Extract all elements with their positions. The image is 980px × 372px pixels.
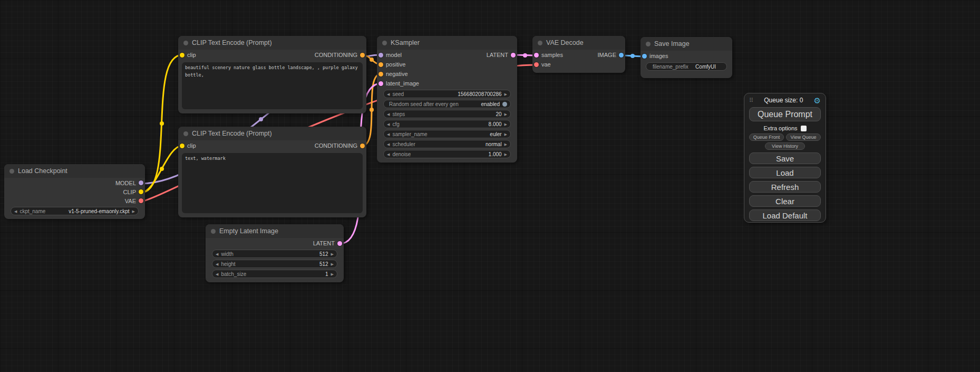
output-slot-clip[interactable]: [139, 189, 143, 194]
output-slot-latent[interactable]: [511, 53, 516, 58]
comfy-menu-panel: ⠿ Queue size: 0 ⚙ Queue Prompt Extra opt…: [744, 93, 826, 223]
prompt-textarea[interactable]: text, watermark: [182, 153, 363, 213]
widget-filename-prefix[interactable]: filename_prefix ComfyUI: [646, 62, 727, 71]
node-load-checkpoint[interactable]: Load Checkpoint MODEL CLIP VAE ◀ ckpt_na…: [4, 164, 145, 219]
input-slot-clip[interactable]: [180, 53, 185, 58]
widget-value: 156680208700286: [458, 91, 501, 97]
widget-value: 20: [496, 111, 501, 117]
node-ksampler[interactable]: KSampler model LATENT positive negative …: [377, 36, 517, 163]
widget-name: height: [221, 261, 235, 267]
prev-arrow-icon[interactable]: ◀: [387, 132, 390, 136]
output-label: CONDITIONING: [315, 142, 357, 149]
input-slot-samples[interactable]: [534, 53, 539, 58]
decrement-arrow-icon[interactable]: ◀: [387, 122, 390, 126]
view-queue-button[interactable]: View Queue: [786, 133, 821, 141]
node-save-image[interactable]: Save Image images filename_prefix ComfyU…: [641, 37, 732, 78]
decrement-arrow-icon[interactable]: ◀: [387, 92, 390, 96]
decrement-arrow-icon[interactable]: ◀: [387, 152, 390, 156]
node-clip-text-encode-positive[interactable]: CLIP Text Encode (Prompt) clip CONDITION…: [178, 36, 366, 113]
output-slot-vae[interactable]: [139, 198, 143, 203]
widget-sampler-name[interactable]: ◀ sampler_name euler ▶: [383, 130, 511, 138]
widget-ckpt-name[interactable]: ◀ ckpt_name v1-5-pruned-emaonly.ckpt ▶: [11, 207, 139, 215]
increment-arrow-icon[interactable]: ▶: [331, 272, 334, 276]
output-slot-conditioning[interactable]: [360, 53, 365, 58]
widget-batch-size[interactable]: ◀ batch_size 1 ▶: [212, 270, 337, 278]
widget-scheduler[interactable]: ◀ scheduler normal ▶: [383, 140, 511, 148]
output-slot-image[interactable]: [619, 53, 624, 58]
widget-cfg[interactable]: ◀ cfg 8.000 ▶: [383, 120, 511, 128]
increment-arrow-icon[interactable]: ▶: [331, 252, 334, 256]
settings-gear-icon[interactable]: ⚙: [814, 97, 821, 104]
node-title-bar[interactable]: Load Checkpoint: [4, 164, 145, 178]
node-title: CLIP Text Encode (Prompt): [192, 39, 272, 46]
node-vae-decode[interactable]: VAE Decode samples IMAGE vae: [532, 36, 625, 73]
decrement-arrow-icon[interactable]: ◀: [216, 272, 218, 276]
drag-handle-icon[interactable]: ⠿: [749, 97, 753, 104]
input-slot-model[interactable]: [379, 53, 383, 58]
decrement-arrow-icon[interactable]: ◀: [216, 262, 218, 266]
widget-random-seed-toggle[interactable]: Random seed after every gen enabled: [383, 100, 511, 108]
prev-arrow-icon[interactable]: ◀: [14, 209, 17, 213]
output-slot-model[interactable]: [139, 180, 143, 185]
input-slot-negative[interactable]: [379, 72, 383, 77]
extra-options-checkbox[interactable]: [801, 126, 807, 131]
node-collapse-dot[interactable]: [646, 42, 651, 46]
decrement-arrow-icon[interactable]: ◀: [387, 112, 390, 116]
save-button[interactable]: Save: [749, 152, 821, 164]
node-title-bar[interactable]: CLIP Text Encode (Prompt): [178, 127, 366, 140]
increment-arrow-icon[interactable]: ▶: [504, 152, 507, 156]
increment-arrow-icon[interactable]: ▶: [504, 112, 507, 116]
clear-button[interactable]: Clear: [749, 195, 821, 207]
widget-name: filename_prefix: [653, 64, 688, 70]
input-slot-latent-image[interactable]: [379, 81, 383, 86]
load-button[interactable]: Load: [749, 167, 821, 178]
node-canvas[interactable]: Load Checkpoint MODEL CLIP VAE ◀ ckpt_na…: [0, 0, 980, 372]
widget-value: 512: [319, 251, 328, 257]
increment-arrow-icon[interactable]: ▶: [504, 92, 507, 96]
output-slot-conditioning[interactable]: [360, 144, 365, 148]
widget-steps[interactable]: ◀ steps 20 ▶: [383, 110, 511, 118]
load-default-button[interactable]: Load Default: [749, 209, 821, 221]
input-slot-clip[interactable]: [180, 144, 185, 148]
input-slot-positive[interactable]: [379, 62, 383, 67]
refresh-button[interactable]: Refresh: [749, 181, 821, 193]
toggle-on-dot[interactable]: [502, 102, 507, 107]
node-collapse-dot[interactable]: [211, 229, 216, 234]
node-title-bar[interactable]: VAE Decode: [532, 36, 625, 50]
widget-seed[interactable]: ◀ seed 156680208700286 ▶: [383, 90, 511, 98]
increment-arrow-icon[interactable]: ▶: [331, 262, 334, 266]
widget-width[interactable]: ◀ width 512 ▶: [212, 250, 337, 258]
prev-arrow-icon[interactable]: ◀: [387, 142, 390, 146]
widget-height[interactable]: ◀ height 512 ▶: [212, 260, 337, 268]
next-arrow-icon[interactable]: ▶: [504, 132, 507, 136]
widget-name: steps: [392, 111, 405, 117]
node-collapse-dot[interactable]: [9, 169, 14, 174]
node-clip-text-encode-negative[interactable]: CLIP Text Encode (Prompt) clip CONDITION…: [178, 127, 366, 217]
next-arrow-icon[interactable]: ▶: [504, 142, 507, 146]
node-title-bar[interactable]: CLIP Text Encode (Prompt): [178, 36, 366, 50]
node-title-bar[interactable]: Save Image: [641, 37, 732, 51]
output-slot-latent[interactable]: [337, 241, 342, 246]
wire-midpoint-dot: [630, 54, 635, 58]
node-empty-latent-image[interactable]: Empty Latent Image LATENT ◀ width 512 ▶ …: [206, 224, 344, 282]
queue-front-button[interactable]: Queue Front: [749, 133, 784, 141]
prompt-textarea[interactable]: beautiful scenery nature glass bottle la…: [182, 62, 363, 109]
wire-midpoint-dot: [370, 108, 374, 112]
wire-midpoint-dot: [370, 58, 374, 62]
node-collapse-dot[interactable]: [538, 41, 542, 45]
widget-denoise[interactable]: ◀ denoise 1.000 ▶: [383, 150, 511, 158]
increment-arrow-icon[interactable]: ▶: [504, 122, 507, 126]
node-title-bar[interactable]: KSampler: [377, 36, 517, 50]
decrement-arrow-icon[interactable]: ◀: [216, 252, 218, 256]
node-title-bar[interactable]: Empty Latent Image: [206, 224, 344, 238]
node-title: Empty Latent Image: [219, 227, 278, 235]
node-collapse-dot[interactable]: [183, 41, 188, 45]
next-arrow-icon[interactable]: ▶: [132, 209, 135, 213]
input-slot-images[interactable]: [642, 54, 647, 59]
node-collapse-dot[interactable]: [382, 41, 387, 45]
queue-size-label: Queue size: 0: [753, 97, 813, 104]
view-history-button[interactable]: View History: [765, 142, 805, 150]
node-collapse-dot[interactable]: [183, 131, 188, 136]
input-slot-vae[interactable]: [534, 62, 539, 67]
queue-prompt-button[interactable]: Queue Prompt: [749, 107, 821, 121]
